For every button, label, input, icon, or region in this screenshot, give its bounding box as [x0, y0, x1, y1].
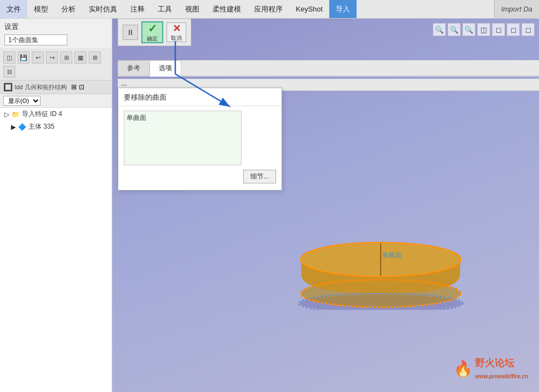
display-select[interactable]: 显示(O) — [3, 96, 41, 106]
ok-label: 确定 — [147, 35, 158, 43]
toolbar-btn-5[interactable]: ⊞ — [60, 51, 72, 64]
menu-annotation[interactable]: 注释 — [124, 0, 151, 18]
ok-button[interactable]: ✓ 确定 — [141, 21, 163, 43]
tree-filter-icon: ⊡ — [79, 83, 84, 91]
menu-analysis[interactable]: 分析 — [55, 0, 82, 18]
vp-fit[interactable]: 🔍 — [462, 23, 475, 36]
surface-list[interactable]: 单曲面 — [124, 111, 242, 165]
menu-import-da[interactable]: Import Da — [494, 0, 539, 18]
menu-file[interactable]: 文件 — [0, 0, 27, 18]
toolbar-btn-1[interactable]: ◫ — [3, 51, 15, 64]
settings-header: 设置 — [0, 19, 112, 49]
menu-tools[interactable]: 工具 — [151, 0, 179, 18]
feature-icon: 📁 — [12, 111, 20, 118]
menu-apps[interactable]: 应用程序 — [248, 0, 289, 18]
vp-btn7[interactable]: ◻ — [521, 23, 535, 36]
viewport-toolbar: 🔍 🔍 🔍 ◫ ◻ ◻ ◻ — [433, 23, 535, 36]
cancel-button[interactable]: ✕ 取消 — [167, 22, 186, 42]
pause-icon: ⏸ — [127, 28, 134, 37]
toolbar-row: ◫ 💾 ↩ ↪ ⊞ ▦ ⊞ ⊟ — [0, 49, 112, 80]
menu-keyshot[interactable]: KeyShot — [289, 0, 329, 18]
3d-svg — [293, 222, 468, 310]
tab-options[interactable]: 选项 — [150, 60, 181, 77]
menu-import[interactable]: 导入 — [329, 0, 357, 18]
3d-object: 单曲面 — [293, 222, 468, 310]
watermark-url: www.proewildfire.cn — [475, 373, 528, 379]
detail-button[interactable]: 细节... — [243, 170, 276, 183]
vp-btn4[interactable]: ◫ — [477, 23, 490, 36]
tab-bar: 参考 选项 — [118, 60, 539, 77]
dialog-footer: 细节... — [118, 170, 282, 183]
watermark: 🔥 野火论坛 www.proewildfire.cn — [454, 356, 528, 381]
watermark-text: 野火论坛 — [475, 358, 514, 368]
x-icon: ✕ — [173, 22, 181, 34]
dialog-title: 要移除的曲面 — [118, 88, 282, 106]
toolbar-btn-2[interactable]: 💾 — [18, 51, 30, 64]
menu-model[interactable]: 模型 — [27, 0, 55, 18]
vp-btn6[interactable]: ◻ — [507, 23, 520, 36]
toolbar-btn-6[interactable]: ▦ — [74, 51, 87, 64]
tab-reference[interactable]: 参考 — [118, 60, 150, 76]
surface-label-3d: 单曲面 — [382, 251, 402, 260]
check-icon: ✓ — [148, 22, 157, 35]
tree-item-feature[interactable]: ▷ 📁 导入特征 ID 4 — [0, 108, 112, 120]
ok-cancel-toolbar: ⏸ ✓ 确定 ✕ 取消 — [118, 19, 191, 46]
toolbar-btn-7[interactable]: ⊞ — [89, 51, 101, 64]
surface-item[interactable]: 单曲面 — [127, 113, 239, 123]
menu-realtime[interactable]: 实时仿真 — [82, 0, 124, 18]
toolbar-btn-4[interactable]: ↪ — [46, 51, 58, 64]
menu-flexible[interactable]: 柔性建模 — [206, 0, 248, 18]
feature-tree-header: 🔲 ldd 几何和拓扑结构 ⊞ ⊡ — [0, 80, 112, 94]
ldd-label: ldd 几何和拓扑结构 — [15, 83, 67, 91]
tree-icon: 🔲 — [3, 83, 13, 91]
menu-bar: 文件 模型 分析 实时仿真 注释 工具 视图 柔性建模 应用程序 KeyShot… — [0, 0, 539, 19]
feature-tree: ▷ 📁 导入特征 ID 4 ▶ 🔷 主体 335 — [0, 108, 112, 392]
left-panel: 设置 ◫ 💾 ↩ ↪ ⊞ ▦ ⊞ ⊟ 🔲 ldd 几何和拓扑结构 ⊞ ⊡ 显示(… — [0, 19, 112, 392]
fire-icon: 🔥 — [454, 360, 473, 378]
tree-item-body[interactable]: ▶ 🔷 主体 335 — [0, 120, 112, 133]
settings-title: 设置 — [4, 22, 107, 32]
vp-btn5[interactable]: ◻ — [492, 23, 505, 36]
toolbar-btn-3[interactable]: ↩ — [32, 51, 44, 64]
body-arrow: ▶ — [11, 123, 16, 131]
tree-grid-icon: ⊞ — [71, 83, 77, 91]
vp-zoom-in[interactable]: 🔍 — [433, 23, 446, 36]
vp-zoom-out[interactable]: 🔍 — [448, 23, 461, 36]
body-label: 主体 335 — [28, 122, 54, 131]
body-icon: 🔷 — [18, 123, 26, 131]
menu-view[interactable]: 视图 — [179, 0, 206, 18]
dialog-panel: 要移除的曲面 单曲面 细节... — [118, 88, 282, 191]
feature-arrow: ▷ — [4, 111, 9, 118]
settings-input[interactable] — [4, 34, 67, 45]
pause-button[interactable]: ⏸ — [123, 25, 138, 40]
feature-label: 导入特征 ID 4 — [22, 109, 62, 119]
dialog-body: 单曲面 — [118, 106, 282, 170]
cancel-label: 取消 — [171, 34, 182, 42]
toolbar-btn-8[interactable]: ⊟ — [3, 66, 15, 78]
